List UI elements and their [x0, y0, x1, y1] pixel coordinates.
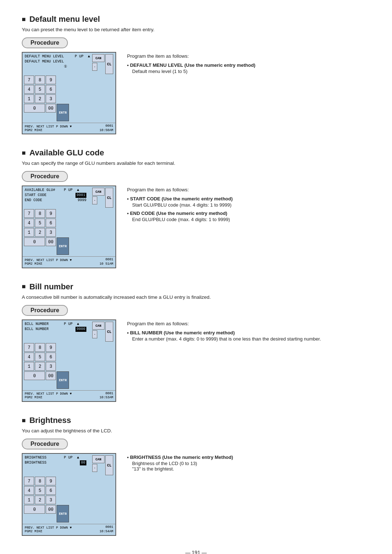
desc-3: Program the item as follows: • BILL NUMB… — [127, 319, 370, 402]
num-00c[interactable]: 00 — [46, 371, 56, 380]
terminal-2: AVAILABLE GLU# P UP ▲ START CODE 0001 EN… — [22, 186, 116, 268]
terminal-footer-1: PREV. NEXT LIST P DOWN ▼PGM2 MIKE 000110… — [23, 123, 115, 134]
entr-button-1[interactable]: ENTR — [57, 104, 69, 121]
num-00b[interactable]: 00 — [46, 237, 56, 246]
desc-intro-2: Program the item as follows: — [127, 187, 370, 192]
end-code-label: END CODE — [25, 198, 42, 203]
num-7d[interactable]: 7 — [24, 477, 34, 485]
procedure-content-4: BRIGHTNESS P UP ▲ BRIGHTNESS 00 CAN · CL — [22, 453, 370, 535]
dot-button-4[interactable]: · — [92, 464, 97, 472]
num-8b[interactable]: 8 — [35, 209, 45, 218]
cl-button-1[interactable]: CL — [105, 54, 113, 74]
procedure-badge-3: Procedure — [22, 305, 68, 316]
num-4[interactable]: 4 — [24, 85, 34, 94]
terminal-body-1: 7 8 9 4 5 6 1 2 3 — [23, 75, 115, 123]
terminal-title-1: DEFAULT MENU LEVEL P UP ▲ — [25, 54, 90, 59]
num-4d[interactable]: 4 — [24, 486, 34, 495]
num-0c[interactable]: 0 — [24, 371, 45, 380]
num-6c[interactable]: 6 — [46, 353, 56, 361]
num-1b[interactable]: 1 — [24, 228, 34, 237]
can-button-4[interactable]: CAN — [92, 455, 105, 463]
num-0d[interactable]: 0 — [24, 505, 45, 514]
num-1d[interactable]: 1 — [24, 496, 34, 504]
can-button-2[interactable]: CAN — [92, 188, 105, 196]
dot-button-1[interactable]: · — [92, 63, 97, 71]
num-7c[interactable]: 7 — [24, 343, 34, 352]
desc-intro-3: Program the item as follows: — [127, 321, 370, 326]
desc-item-title-4-0: • BRIGHTNESS (Use the numeric entry Meth… — [127, 455, 370, 460]
desc-item-title-3-0: • BILL NUMBER (Use the numeric entry met… — [127, 330, 370, 335]
dot-button-2[interactable]: · — [92, 196, 97, 204]
can-button-1[interactable]: CAN — [92, 54, 105, 62]
terminal-header-4: BRIGHTNESS P UP ▲ BRIGHTNESS 00 CAN · CL — [23, 454, 115, 476]
footer-time-1: 000110:50AM — [99, 124, 113, 133]
desc-item-body-2-0: Start GLU/PBLU code (max. 4 digits: 1 to… — [132, 202, 370, 208]
num-1[interactable]: 1 — [24, 94, 34, 103]
start-code-label: START CODE — [25, 193, 46, 198]
procedure-content-1: DEFAULT MENU LEVEL P UP ▲ DEFAULT MENU L… — [22, 52, 370, 134]
num-5[interactable]: 5 — [35, 85, 45, 94]
terminal-body-3: 7 8 9 4 5 6 1 2 3 — [23, 342, 115, 390]
desc-1: Program the item as follows: • DEFAULT M… — [127, 52, 370, 134]
section-intro-3: A consecutive bill number is automatical… — [22, 294, 370, 300]
num-1c[interactable]: 1 — [24, 362, 34, 371]
num-9b[interactable]: 9 — [46, 209, 56, 218]
num-0[interactable]: 0 — [24, 104, 45, 113]
desc-item-1-0: • DEFAULT MENU LEVEL (Use the numeric en… — [127, 62, 370, 74]
bill-number-value: 0000 — [75, 327, 86, 332]
num-8c[interactable]: 8 — [35, 343, 45, 352]
num-2c[interactable]: 2 — [35, 362, 45, 371]
num-3b[interactable]: 3 — [46, 228, 56, 237]
bill-number-label: BILL NUMBER — [25, 327, 49, 332]
num-2[interactable]: 2 — [35, 94, 45, 103]
entr-button-2[interactable]: ENTR — [57, 237, 69, 255]
cl-button-2[interactable]: CL — [105, 188, 113, 208]
num-5c[interactable]: 5 — [35, 353, 45, 361]
start-code-value: 0001 — [75, 193, 86, 198]
num-3[interactable]: 3 — [46, 94, 56, 103]
num-7[interactable]: 7 — [24, 76, 34, 84]
section-heading-4: Brightness — [22, 416, 370, 425]
num-00d[interactable]: 00 — [46, 505, 56, 514]
num-4b[interactable]: 4 — [24, 219, 34, 227]
desc-item-2-1: • END CODE (Use the numeric entry method… — [127, 211, 370, 222]
num-9d[interactable]: 9 — [46, 477, 56, 485]
footer-time-3: 000110:53AM — [99, 392, 113, 400]
procedure-badge-1: Procedure — [22, 37, 68, 48]
num-3c[interactable]: 3 — [46, 362, 56, 371]
num-8d[interactable]: 8 — [35, 477, 45, 485]
terminal-header-right-2: CAN · CL — [92, 188, 113, 208]
entr-button-3[interactable]: ENTR — [57, 371, 69, 389]
terminal-line3-1: ① — [25, 64, 90, 69]
cl-button-3[interactable]: CL — [105, 322, 113, 342]
desc-item-body-1-0: Default menu level (1 to 5) — [132, 69, 370, 74]
desc-item-3-0: • BILL NUMBER (Use the numeric entry met… — [127, 330, 370, 342]
num-5b[interactable]: 5 — [35, 219, 45, 227]
terminal-header-2: AVAILABLE GLU# P UP ▲ START CODE 0001 EN… — [23, 186, 115, 208]
num-6d[interactable]: 6 — [46, 486, 56, 495]
num-6[interactable]: 6 — [46, 85, 56, 94]
num-0b[interactable]: 0 — [24, 237, 45, 246]
terminal-header-1: DEFAULT MENU LEVEL P UP ▲ DEFAULT MENU L… — [23, 53, 115, 75]
num-6b[interactable]: 6 — [46, 219, 56, 227]
procedure-badge-2: Procedure — [22, 171, 68, 182]
dot-button-3[interactable]: · — [92, 330, 97, 338]
num-9[interactable]: 9 — [46, 76, 56, 84]
section-intro-2: You can specify the range of GLU numbers… — [22, 160, 370, 166]
terminal-title-4: BRIGHTNESS P UP ▲ — [25, 455, 86, 460]
num-2d[interactable]: 2 — [35, 496, 45, 504]
num-9c[interactable]: 9 — [46, 343, 56, 352]
num-3d[interactable]: 3 — [46, 496, 56, 504]
entr-button-4[interactable]: ENTR — [57, 505, 69, 522]
terminal-4: BRIGHTNESS P UP ▲ BRIGHTNESS 00 CAN · CL — [22, 453, 116, 535]
num-4c[interactable]: 4 — [24, 353, 34, 361]
terminal-header-3: BILL NUMBER P UP ▲ BILL NUMBER 0000 CAN … — [23, 320, 115, 342]
can-button-3[interactable]: CAN — [92, 322, 105, 330]
num-2b[interactable]: 2 — [35, 228, 45, 237]
cl-button-4[interactable]: CL — [105, 455, 113, 475]
num-7b[interactable]: 7 — [24, 209, 34, 218]
num-5d[interactable]: 5 — [35, 486, 45, 495]
procedure-content-3: BILL NUMBER P UP ▲ BILL NUMBER 0000 CAN … — [22, 319, 370, 402]
num-00[interactable]: 00 — [46, 104, 56, 113]
num-8[interactable]: 8 — [35, 76, 45, 84]
